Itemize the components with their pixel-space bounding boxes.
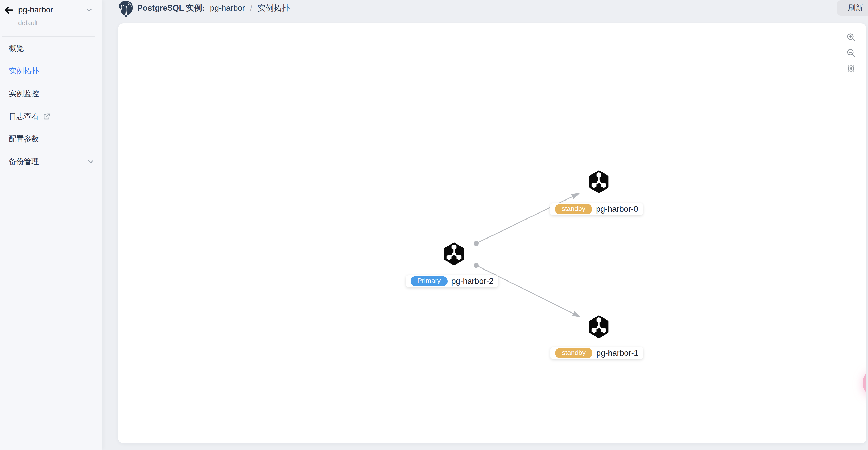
edge-primary-to-standby1: [476, 265, 580, 317]
chevron-down-icon: [87, 158, 94, 165]
node-name: pg-harbor-0: [596, 204, 638, 214]
zoom-out-icon[interactable]: [847, 49, 856, 57]
sidebar-item-label: 日志查看: [9, 111, 39, 122]
node-label-pg-harbor-2[interactable]: Primary pg-harbor-2: [406, 275, 498, 287]
node-icon-pg-harbor-0[interactable]: [588, 170, 609, 193]
namespace-label: default: [18, 19, 38, 27]
node-icon-pg-harbor-2[interactable]: [444, 243, 464, 265]
edge-source-handle: [473, 263, 479, 268]
edge-source-handle: [473, 241, 479, 246]
topology-canvas[interactable]: Primary pg-harbor-2 standby pg-harbor-0 …: [118, 23, 866, 443]
edge-primary-to-standby0: [476, 193, 579, 244]
instance-title: pg-harbor: [18, 5, 53, 15]
sidebar-item-overview[interactable]: 概览: [0, 37, 102, 60]
canvas-controls: [847, 33, 856, 73]
sidebar-item-config[interactable]: 配置参数: [0, 128, 102, 150]
sidebar-menu: 概览 实例拓扑 实例监控 日志查看 配置参数 备份管理: [0, 37, 102, 173]
page-header: PostgreSQL 实例: pg-harbor / 实例拓扑 刷新: [103, 0, 868, 23]
sidebar-header: pg-harbor default: [0, 0, 102, 36]
breadcrumb-instance: pg-harbor: [210, 3, 245, 13]
pg-console-page: { "sidebar": { "title": "pg-harbor", "su…: [0, 0, 868, 450]
sidebar-item-label: 概览: [9, 43, 24, 54]
sidebar-item-topology[interactable]: 实例拓扑: [0, 60, 102, 82]
role-badge-standby: standby: [555, 348, 592, 358]
breadcrumb-separator: /: [250, 3, 252, 13]
sidebar-item-backup[interactable]: 备份管理: [0, 150, 102, 173]
topology-edges: [118, 23, 866, 443]
sidebar: pg-harbor default 概览 实例拓扑 实例监控 日志查看: [0, 0, 102, 450]
role-badge-standby: standby: [555, 204, 592, 214]
breadcrumb: PostgreSQL 实例: pg-harbor / 实例拓扑: [137, 0, 290, 16]
breadcrumb-title: PostgreSQL 实例:: [137, 3, 205, 13]
node-name: pg-harbor-1: [596, 348, 639, 358]
sidebar-item-label: 实例监控: [9, 88, 39, 99]
back-arrow-icon[interactable]: [4, 5, 14, 15]
chevron-down-icon[interactable]: [86, 7, 93, 13]
sidebar-item-label: 配置参数: [9, 134, 39, 144]
zoom-in-icon[interactable]: [847, 33, 856, 42]
sidebar-item-label: 实例拓扑: [9, 66, 39, 76]
node-name: pg-harbor-2: [452, 277, 494, 286]
node-icon-pg-harbor-1[interactable]: [588, 315, 609, 338]
sidebar-item-logs[interactable]: 日志查看: [0, 105, 102, 128]
external-link-icon: [43, 113, 51, 120]
refresh-button[interactable]: 刷新: [837, 0, 868, 16]
postgresql-logo-icon: [118, 1, 133, 17]
fit-view-icon[interactable]: [847, 64, 856, 73]
sidebar-item-label: 备份管理: [9, 157, 39, 167]
node-label-pg-harbor-0[interactable]: standby pg-harbor-0: [550, 203, 643, 215]
role-badge-primary: Primary: [411, 276, 447, 286]
node-label-pg-harbor-1[interactable]: standby pg-harbor-1: [551, 347, 643, 359]
sidebar-item-monitoring[interactable]: 实例监控: [0, 82, 102, 105]
breadcrumb-page: 实例拓扑: [258, 3, 290, 13]
